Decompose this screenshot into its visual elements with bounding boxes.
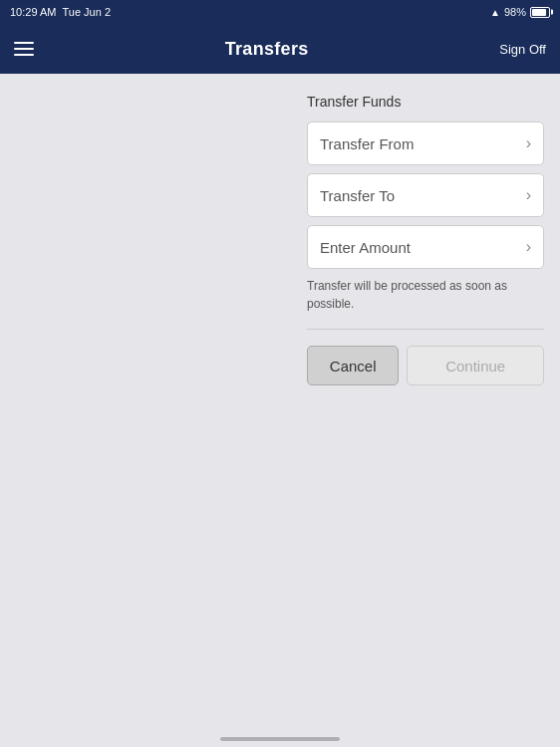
notice-text: Transfer will be processed as soon as po…: [307, 277, 544, 313]
status-date: Tue Jun 2: [62, 6, 111, 18]
continue-button[interactable]: Continue: [407, 346, 544, 385]
section-title: Transfer Funds: [307, 94, 544, 110]
enter-amount-chevron-icon: ›: [526, 238, 531, 256]
menu-line-1: [14, 42, 34, 44]
status-bar-right: ▲ 98%: [490, 6, 550, 18]
transfer-from-row[interactable]: Transfer From ›: [307, 122, 544, 165]
divider: [307, 329, 544, 330]
hamburger-menu-icon[interactable]: [14, 42, 34, 56]
page-title: Transfers: [225, 39, 309, 60]
main-content: Transfer Funds Transfer From › Transfer …: [0, 74, 560, 747]
battery-fill: [532, 9, 546, 16]
enter-amount-row[interactable]: Enter Amount ›: [307, 225, 544, 269]
battery-percent: 98%: [504, 6, 526, 18]
transfer-to-label: Transfer To: [320, 187, 395, 204]
enter-amount-label: Enter Amount: [320, 239, 411, 256]
status-time: 10:29 AM: [10, 6, 56, 18]
transfer-to-row[interactable]: Transfer To ›: [307, 173, 544, 217]
status-bar-left: 10:29 AM Tue Jun 2: [10, 6, 111, 18]
wifi-icon: ▲: [490, 7, 500, 18]
sign-off-button[interactable]: Sign Off: [499, 42, 546, 57]
transfer-from-label: Transfer From: [320, 135, 414, 152]
status-bar: 10:29 AM Tue Jun 2 ▲ 98%: [0, 0, 560, 24]
battery-icon: [530, 7, 550, 18]
nav-bar: Transfers Sign Off: [0, 24, 560, 74]
right-panel: Transfer Funds Transfer From › Transfer …: [291, 74, 560, 747]
menu-line-3: [14, 54, 34, 56]
home-indicator: [220, 737, 340, 741]
transfer-from-chevron-icon: ›: [526, 134, 531, 152]
cancel-button[interactable]: Cancel: [307, 346, 399, 385]
button-row: Cancel Continue: [307, 346, 544, 385]
transfer-to-chevron-icon: ›: [526, 186, 531, 204]
menu-line-2: [14, 48, 34, 50]
